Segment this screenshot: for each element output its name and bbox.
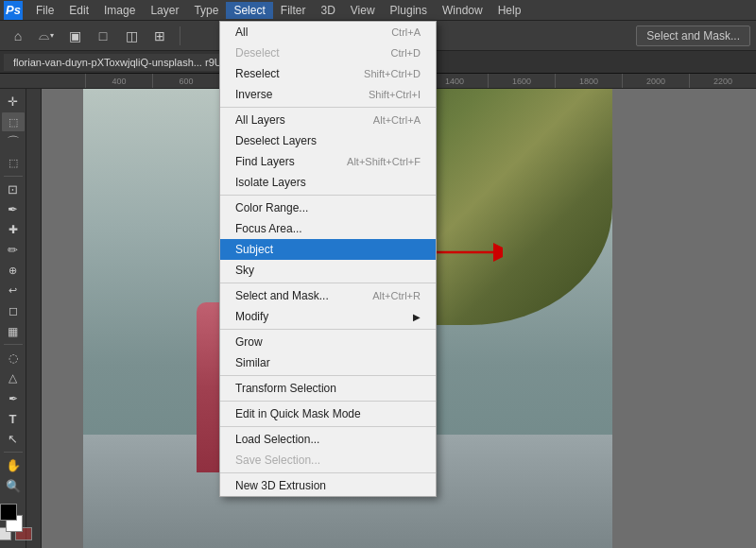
dm-sep8 <box>220 472 436 473</box>
sel-option2[interactable]: ◫ <box>119 24 144 48</box>
ps-icon: Ps <box>4 1 23 20</box>
menu-item-load-selection-label: Load Selection... <box>235 433 319 446</box>
eyedropper-tool[interactable]: ✒ <box>2 200 25 218</box>
menu-item-isolate-layers-label: Isolate Layers <box>235 176 306 189</box>
menu-item-reselect[interactable]: Reselect Shift+Ctrl+D <box>220 63 436 84</box>
menu-item-save-selection[interactable]: Save Selection... <box>220 450 436 471</box>
menu-item-reselect-label: Reselect <box>235 67 280 80</box>
history-brush[interactable]: ↩ <box>2 282 25 300</box>
menu-item-focus-area-label: Focus Area... <box>235 222 302 235</box>
crop-tool[interactable]: ⊡ <box>2 180 25 198</box>
menu-type[interactable]: Type <box>186 2 226 19</box>
menu-item-inverse[interactable]: Inverse Shift+Ctrl+I <box>220 84 436 105</box>
lasso-tool[interactable]: ⌒ <box>2 133 25 151</box>
zoom-tool[interactable]: 🔍 <box>2 477 25 495</box>
eraser-tool[interactable]: ◻ <box>2 301 25 319</box>
menu-item-modify[interactable]: Modify ▶ <box>220 306 436 327</box>
menu-item-reselect-shortcut: Shift+Ctrl+D <box>364 68 421 79</box>
path-select-tool[interactable]: ↖ <box>2 430 25 448</box>
menu-3d[interactable]: 3D <box>313 2 342 19</box>
foreground-color[interactable] <box>0 504 17 521</box>
object-select-tool[interactable]: ⬚ <box>2 153 25 171</box>
menu-item-quick-mask[interactable]: Edit in Quick Mask Mode <box>220 403 436 424</box>
menu-select[interactable]: Select <box>226 2 272 19</box>
menu-item-sky-label: Sky <box>235 264 254 277</box>
menu-plugins[interactable]: Plugins <box>383 2 435 19</box>
type-tool[interactable]: T <box>2 409 25 427</box>
menu-item-deselect-layers-label: Deselect Layers <box>235 134 317 147</box>
lasso-tool-options[interactable]: ⌓▾ <box>34 24 59 48</box>
menu-item-transform-selection[interactable]: Transform Selection <box>220 378 436 399</box>
menu-edit[interactable]: Edit <box>61 2 96 19</box>
menu-item-all-layers-label: All Layers <box>235 113 285 127</box>
toolbar-sep1 <box>180 26 180 45</box>
menu-item-find-layers-shortcut: Alt+Shift+Ctrl+F <box>347 156 421 167</box>
menu-item-sky[interactable]: Sky <box>220 260 436 281</box>
menu-item-inverse-shortcut: Shift+Ctrl+I <box>369 89 421 100</box>
menu-item-focus-area[interactable]: Focus Area... <box>220 218 436 239</box>
dm-sep7 <box>220 426 436 427</box>
blur-tool[interactable]: ◌ <box>2 349 25 367</box>
menu-item-deselect-label: Deselect <box>235 46 280 60</box>
swatch-container[interactable] <box>3 501 24 522</box>
menu-item-similar[interactable]: Similar <box>220 352 436 373</box>
menu-item-subject[interactable]: Subject <box>220 239 436 260</box>
menu-item-save-selection-label: Save Selection... <box>235 454 320 467</box>
menu-filter[interactable]: Filter <box>273 2 314 19</box>
menu-item-isolate-layers[interactable]: Isolate Layers <box>220 172 436 193</box>
menu-item-find-layers[interactable]: Find Layers Alt+Shift+Ctrl+F <box>220 151 436 172</box>
dm-sep5 <box>220 375 436 376</box>
menu-item-load-selection[interactable]: Load Selection... <box>220 429 436 450</box>
menu-item-quick-mask-label: Edit in Quick Mask Mode <box>235 407 361 420</box>
menu-view[interactable]: View <box>343 2 383 19</box>
square-sel[interactable]: □ <box>91 24 115 48</box>
menu-item-deselect-layers[interactable]: Deselect Layers <box>220 130 436 151</box>
clone-tool[interactable]: ⊕ <box>2 261 25 279</box>
ruler-mark-1: 600 <box>152 74 219 89</box>
ruler-mark-6: 1600 <box>488 74 555 89</box>
menu-item-deselect[interactable]: Deselect Ctrl+D <box>220 43 436 63</box>
marquee-tool[interactable]: ⬚ <box>2 112 25 130</box>
sel-option3[interactable]: ⊞ <box>147 24 172 48</box>
color-swatches <box>0 497 32 540</box>
menu-file[interactable]: File <box>28 2 61 19</box>
hand-tool[interactable]: ✋ <box>2 456 25 474</box>
menu-item-all-shortcut: Ctrl+A <box>391 26 421 38</box>
menu-item-modify-label: Modify <box>235 310 268 323</box>
menu-help[interactable]: Help <box>490 2 529 19</box>
menu-item-select-and-mask-shortcut: Alt+Ctrl+R <box>372 290 421 301</box>
pen-tool[interactable]: ✒ <box>2 389 25 407</box>
menu-item-new-3d-extrusion[interactable]: New 3D Extrusion <box>220 475 436 496</box>
menu-item-similar-label: Similar <box>235 356 270 369</box>
menu-item-select-and-mask[interactable]: Select and Mask... Alt+Ctrl+R <box>220 285 436 306</box>
menu-bar: Ps File Edit Image Layer Type Select Fil… <box>0 0 756 21</box>
heal-tool[interactable]: ✚ <box>2 221 25 239</box>
tab-filename: florian-van-duyn-pXToxwjqliQ-unsplash... <box>13 57 202 68</box>
menu-item-grow[interactable]: Grow <box>220 332 436 352</box>
dm-sep4 <box>220 329 436 330</box>
menu-item-all-layers-shortcut: Alt+Ctrl+A <box>373 114 421 126</box>
dodge-tool[interactable]: △ <box>2 369 25 387</box>
menu-item-grow-label: Grow <box>235 335 263 349</box>
home-btn[interactable]: ⌂ <box>6 24 30 48</box>
left-toolbar: ✛ ⬚ ⌒ ⬚ ⊡ ✒ ✚ ✏ ⊕ ↩ ◻ ▦ ◌ △ ✒ T ↖ ✋ 🔍 <box>0 89 26 548</box>
menu-item-all-layers[interactable]: All Layers Alt+Ctrl+A <box>220 110 436 130</box>
gradient-tool[interactable]: ▦ <box>2 322 25 340</box>
select-and-mask-button[interactable]: Select and Mask... <box>636 26 750 46</box>
menu-item-color-range-label: Color Range... <box>235 201 308 214</box>
brush-tool[interactable]: ✏ <box>2 241 25 259</box>
menu-item-all-label: All <box>235 26 248 39</box>
menu-layer[interactable]: Layer <box>143 2 186 19</box>
rect-select-options[interactable]: ▣ <box>62 24 87 48</box>
menu-item-all[interactable]: All Ctrl+A <box>220 22 436 43</box>
menu-item-subject-label: Subject <box>235 243 273 256</box>
dm-sep3 <box>220 283 436 283</box>
menu-item-color-range[interactable]: Color Range... <box>220 197 436 218</box>
menu-image[interactable]: Image <box>96 2 143 19</box>
select-dropdown-menu[interactable]: All Ctrl+A Deselect Ctrl+D Reselect Shif… <box>219 21 437 497</box>
menu-item-select-and-mask-label: Select and Mask... <box>235 289 329 302</box>
menu-window[interactable]: Window <box>435 2 490 19</box>
menu-item-inverse-label: Inverse <box>235 88 272 101</box>
ruler-mark-8: 2000 <box>622 74 689 89</box>
move-tool[interactable]: ✛ <box>2 93 25 111</box>
